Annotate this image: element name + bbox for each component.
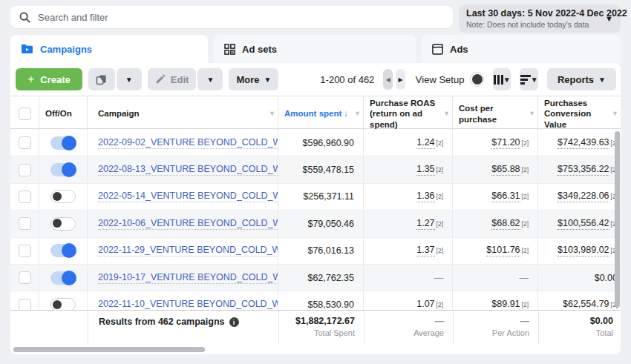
row-checkbox-cell [10,130,39,156]
tab-ad-sets-label: Ad sets [242,44,277,55]
campaign-toggle[interactable] [50,163,76,176]
campaign-name-cell: 2022-08-13_VENTURE BEYOND_COLD_WC_A… [88,156,278,182]
more-button[interactable]: More ▼ [229,68,278,90]
roas-cell: 1.37[2] [364,238,453,264]
campaign-toggle[interactable] [50,298,76,311]
edit-dropdown-button[interactable]: ▼ [197,68,223,90]
row-checkbox-cell [10,291,39,311]
column-header-cost-per-purchase[interactable]: Cost per purchase▼ [453,96,538,131]
columns-button[interactable]: ▼ [493,68,511,90]
table-row: 2022-11-10_VENTURE BEYOND_COLD_WC_A…$58,… [10,291,621,311]
content-card: + Create ▼ Edit ▼ More ▼ 1-200 of [10,63,621,354]
metric-note: [2] [437,301,443,308]
search-input[interactable] [38,12,444,23]
edit-button[interactable]: Edit [148,68,197,90]
tab-ads-label: Ads [450,44,468,55]
row-checkbox[interactable] [19,299,31,311]
campaign-name-cell: 2022-11-29_VENTURE BEYOND_COLD_WC_A… [88,238,278,264]
row-toggle-cell [39,156,88,182]
tab-ads[interactable]: Ads [422,35,621,63]
campaign-link[interactable]: 2022-05-14_VENTURE BEYOND_COLD_WC_A… [98,191,278,202]
duplicate-button[interactable] [88,68,115,90]
tab-campaigns[interactable]: Campaigns [10,35,208,63]
column-header-purchases-conversion-value[interactable]: Purchases Conversion Value▼ [538,96,621,131]
row-toggle-cell [39,184,88,210]
purchases-conversion-value-cell: $0.00 [538,265,621,291]
toggle-knob [62,162,76,177]
purchases-conversion-value-cell-value: $103,989.02 [558,245,609,257]
amount-spent-value: $559,478.15 [302,165,354,175]
row-checkbox-cell [10,211,39,236]
pencil-icon [155,74,166,85]
campaign-name-cell: 2022-11-10_VENTURE BEYOND_COLD_WC_A… [88,291,278,311]
campaign-link[interactable]: 2022-11-29_VENTURE BEYOND_COLD_WC_A… [98,245,278,257]
chevron-down-icon: ▼ [531,76,538,84]
campaign-name-cell: 2019-10-17_VENTURE BEYOND_COLD_WC_A… [88,265,278,291]
amount-spent-value: $58,530.90 [307,300,354,310]
column-header-off-on: Off/On [39,96,88,131]
cost-per-purchase-cell-value: $89.91 [491,299,520,311]
campaign-link[interactable]: 2022-09-02_VENTURE BEYOND_COLD_WC_A… [98,137,278,149]
row-checkbox[interactable] [19,271,31,284]
row-checkbox[interactable] [19,164,31,176]
row-checkbox[interactable] [19,217,31,230]
row-checkbox[interactable] [19,191,31,203]
column-header-purchase-roas[interactable]: Purchase ROAS (return on ad spend)▼ [364,96,453,131]
column-header-amount-spent[interactable]: Amount spent↓▼ [278,96,364,131]
roas-cell-value: 1.27 [416,218,434,230]
vertical-scrollbar-thumb[interactable] [615,131,620,308]
view-setup-label: View Setup [416,74,465,85]
campaign-link[interactable]: 2022-11-10_VENTURE BEYOND_COLD_WC_A… [98,299,278,311]
amount-spent-value: $596,960.90 [302,138,354,148]
ads-manager-screen: Last 30 days: 5 Nov 2022-4 Dec 2022 Note… [0,0,631,364]
column-header-campaign[interactable]: Campaign▼ [88,96,278,131]
row-toggle-cell [39,291,88,311]
search-bar[interactable] [10,6,453,28]
next-page-button[interactable]: ▸ [396,69,405,90]
amount-spent-cell: $62,762.35 [278,265,364,291]
horizontal-scrollbar-thumb[interactable] [13,347,205,352]
reports-button[interactable]: Reports ▼ [547,68,616,90]
tab-campaigns-label: Campaigns [40,44,92,55]
row-checkbox[interactable] [19,136,31,149]
create-button[interactable]: + Create [16,68,82,90]
purchases-conversion-value-cell-value: $100,556.42 [558,218,609,230]
breakdown-icon [520,75,531,85]
table-row: 2022-10-06_VENTURE BEYOND_COLD_WC_A…$79,… [10,211,621,237]
metric-note: [2] [522,166,529,173]
edit-button-label: Edit [171,74,189,85]
toggle-knob [62,243,76,258]
columns-icon [494,75,503,85]
campaign-link[interactable]: 2022-08-13_VENTURE BEYOND_COLD_WC_A… [98,164,278,176]
view-setup-toggle[interactable] [470,72,483,87]
roas-cell: — [364,265,453,291]
info-icon[interactable]: i [229,317,239,327]
toggle-knob [53,219,62,228]
tab-ad-sets[interactable]: Ad sets [214,35,416,63]
table-body: 2022-09-02_VENTURE BEYOND_COLD_WC_A…$596… [10,130,621,311]
campaign-toggle[interactable] [50,271,76,285]
footer-spacer [39,311,88,345]
copy-icon [96,74,107,85]
amount-spent-value: $256,371.11 [303,191,354,202]
amount-spent-cell: $58,530.90 [278,291,364,311]
roas-cell: 1.27[2] [364,211,453,236]
campaign-toggle[interactable] [50,244,76,257]
date-range-selector[interactable]: Last 30 days: 5 Nov 2022-4 Dec 2022 Note… [459,4,621,33]
duplicate-dropdown-button[interactable]: ▼ [117,68,142,90]
footer-per-action: — Per Action [453,311,538,345]
previous-page-button[interactable]: ◂ [383,69,393,90]
sort-caret-icon: ▼ [443,110,450,118]
campaign-toggle[interactable] [50,136,76,150]
campaign-toggle[interactable] [50,190,76,203]
metric-note: [2] [522,139,529,147]
roas-cell-value: 1.07 [416,299,434,311]
row-checkbox[interactable] [19,245,31,257]
campaign-link[interactable]: 2019-10-17_VENTURE BEYOND_COLD_WC_A… [98,272,278,284]
campaign-toggle[interactable] [50,217,76,231]
campaign-link[interactable]: 2022-10-06_VENTURE BEYOND_COLD_WC_A… [98,218,278,230]
plus-icon: + [27,73,34,85]
select-all-checkbox[interactable] [19,107,31,120]
purchases-conversion-value-cell-value: $62,554.79 [563,299,609,311]
breakdown-button[interactable]: ▼ [520,68,538,90]
